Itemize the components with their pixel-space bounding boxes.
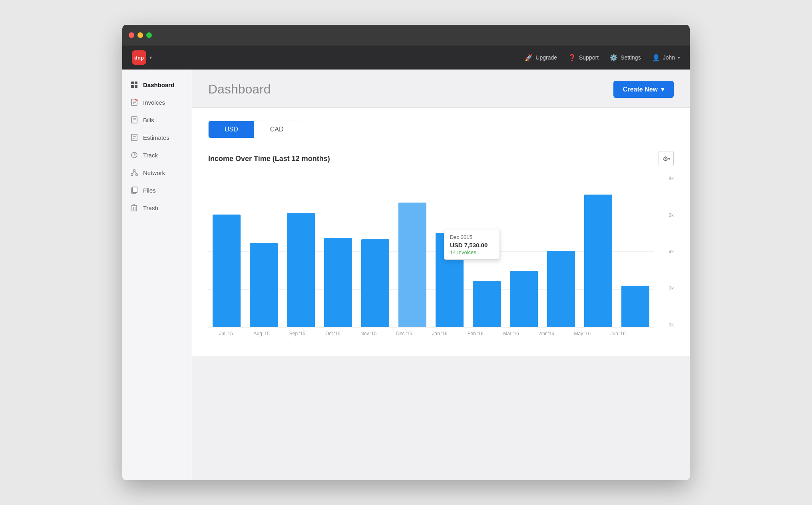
- user-icon: 👤: [652, 54, 660, 62]
- x-label: Jul '15: [208, 331, 244, 336]
- gear-icon: ⚙️: [610, 54, 618, 62]
- minimize-button[interactable]: [137, 32, 143, 38]
- upgrade-link[interactable]: 🚀 Upgrade: [525, 54, 557, 62]
- svg-point-20: [133, 170, 135, 172]
- x-label: Aug '15: [244, 331, 279, 336]
- sidebar-item-files[interactable]: Files: [122, 181, 192, 199]
- chart-bar[interactable]: [287, 213, 315, 327]
- y-label-6k: 6k: [669, 213, 674, 218]
- files-icon: [130, 186, 138, 194]
- svg-rect-0: [131, 82, 134, 84]
- y-label-2k: 2k: [669, 286, 674, 291]
- chart-bar[interactable]: [621, 286, 649, 327]
- user-menu[interactable]: 👤 John ▾: [652, 54, 680, 62]
- chart-bars: [208, 176, 654, 328]
- sidebar-item-network[interactable]: Network: [122, 164, 192, 181]
- gear-icon: ⚙: [663, 155, 668, 163]
- svg-rect-28: [132, 206, 137, 211]
- svg-rect-26: [133, 187, 137, 193]
- bar-group: [617, 286, 654, 327]
- gridline: [208, 176, 654, 176]
- settings-link[interactable]: ⚙️ Settings: [610, 54, 641, 62]
- trash-icon: [130, 204, 138, 212]
- maximize-button[interactable]: [146, 32, 152, 38]
- sidebar-item-dashboard[interactable]: Dashboard: [122, 76, 192, 93]
- bill-icon: [130, 116, 138, 124]
- question-icon: ❓: [568, 54, 576, 62]
- create-new-button[interactable]: Create New ▾: [613, 81, 674, 98]
- track-icon: [130, 151, 138, 159]
- chart-bar[interactable]: [547, 251, 575, 327]
- main-content: Dashboard Create New ▾ USD CAD Income Ov…: [192, 70, 690, 480]
- sidebar-item-bills[interactable]: Bills: [122, 111, 192, 129]
- chart-bar[interactable]: [250, 243, 278, 327]
- y-label-4k: 4k: [669, 249, 674, 254]
- topnav: dnp ▾ 🚀 Upgrade ❓ Support ⚙️ Settings 👤 …: [122, 46, 690, 70]
- close-button[interactable]: [129, 32, 134, 38]
- dashboard-body: USD CAD Income Over Time (Last 12 months…: [192, 108, 690, 356]
- svg-line-24: [134, 172, 137, 174]
- bar-group: [394, 203, 431, 327]
- chart-bar[interactable]: [213, 215, 241, 327]
- svg-rect-3: [135, 85, 137, 88]
- invoice-icon: +: [130, 98, 138, 106]
- sidebar-item-label: Invoices: [143, 99, 165, 106]
- sidebar-item-label: Network: [143, 169, 165, 176]
- page-header: Dashboard Create New ▾: [192, 70, 690, 108]
- titlebar: [122, 25, 690, 46]
- brand[interactable]: dnp ▾: [132, 50, 152, 65]
- sidebar-item-track[interactable]: Track: [122, 146, 192, 164]
- chart-bar[interactable]: [436, 233, 464, 327]
- svg-text:+: +: [136, 99, 137, 101]
- topnav-right: 🚀 Upgrade ❓ Support ⚙️ Settings 👤 John ▾: [525, 54, 680, 62]
- svg-point-22: [136, 174, 138, 176]
- chart-bar[interactable]: [361, 239, 389, 327]
- bar-group: [542, 251, 579, 327]
- bar-group: [320, 238, 357, 327]
- chart-bar[interactable]: [473, 281, 501, 327]
- rocket-icon: 🚀: [525, 54, 533, 62]
- chart-settings-button[interactable]: ⚙ ▾: [659, 151, 674, 166]
- y-axis: 8k 6k 4k 2k 0k: [656, 176, 674, 328]
- bar-group: [245, 243, 283, 327]
- sidebar-item-trash[interactable]: Trash: [122, 199, 192, 217]
- x-label: Oct '15: [315, 331, 351, 336]
- bar-group: [283, 213, 320, 327]
- y-label-8k: 8k: [669, 176, 674, 181]
- sidebar-item-label: Bills: [143, 117, 154, 123]
- bar-group: [468, 281, 505, 327]
- app-body: Dashboard + Invoices: [122, 70, 690, 480]
- sidebar-item-label: Estimates: [143, 134, 169, 141]
- chart-bar[interactable]: [324, 238, 352, 327]
- chart-section: Income Over Time (Last 12 months) ⚙ ▾ 8k…: [208, 151, 674, 344]
- svg-rect-1: [135, 82, 137, 84]
- svg-point-21: [131, 174, 133, 176]
- x-labels: Jul '15Aug '15Sep '15Oct '15Nov '15Dec '…: [208, 331, 654, 336]
- bar-group: [505, 271, 542, 327]
- estimate-icon: [130, 133, 138, 141]
- chart-bar[interactable]: [584, 195, 612, 327]
- bar-group: [357, 239, 394, 327]
- chart-bar[interactable]: [510, 271, 538, 327]
- bar-group: [579, 195, 617, 327]
- chart-bar[interactable]: [398, 203, 426, 327]
- currency-tabs: USD CAD: [208, 121, 300, 138]
- x-label: Apr '16: [529, 331, 565, 336]
- svg-rect-14: [131, 134, 137, 141]
- sidebar-item-label: Track: [143, 152, 158, 159]
- x-label: Mar '16: [493, 331, 529, 336]
- tab-usd[interactable]: USD: [209, 121, 254, 138]
- brand-logo: dnp: [132, 50, 146, 65]
- user-chevron-icon: ▾: [678, 55, 680, 60]
- sidebar-item-estimates[interactable]: Estimates: [122, 129, 192, 146]
- network-icon: [130, 169, 138, 177]
- x-label: May '16: [565, 331, 600, 336]
- x-label: Sep '15: [279, 331, 315, 336]
- x-label: Feb '16: [458, 331, 493, 336]
- create-new-chevron-icon: ▾: [661, 85, 664, 93]
- support-link[interactable]: ❓ Support: [568, 54, 599, 62]
- tab-cad[interactable]: CAD: [254, 121, 300, 138]
- sidebar-item-invoices[interactable]: + Invoices: [122, 93, 192, 111]
- x-label: Jun '16: [600, 331, 636, 336]
- sidebar: Dashboard + Invoices: [122, 70, 192, 480]
